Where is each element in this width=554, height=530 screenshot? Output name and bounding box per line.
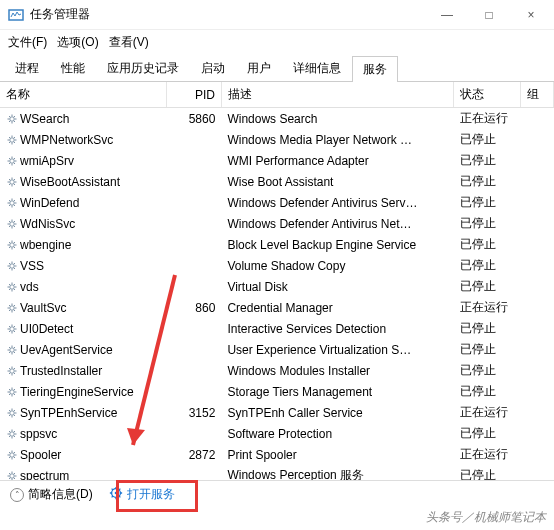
table-row[interactable]: wbengineBlock Level Backup Engine Servic… — [0, 234, 554, 255]
service-name: WSearch — [20, 112, 69, 126]
column-desc[interactable]: 描述 — [221, 82, 453, 108]
table-row[interactable]: wmiApSrvWMI Performance Adapter已停止 — [0, 150, 554, 171]
service-gear-icon — [6, 344, 18, 356]
service-gear-icon — [6, 260, 18, 272]
svg-point-24 — [114, 492, 117, 495]
table-row[interactable]: VaultSvc860Credential Manager正在运行 — [0, 297, 554, 318]
service-desc: Windows Modules Installer — [221, 360, 453, 381]
service-group — [520, 255, 553, 276]
tab-6[interactable]: 服务 — [352, 56, 398, 82]
table-row[interactable]: WinDefendWindows Defender Antivirus Serv… — [0, 192, 554, 213]
menubar: 文件(F) 选项(O) 查看(V) — [0, 30, 554, 54]
service-name: UevAgentService — [20, 343, 113, 357]
task-manager-icon — [8, 7, 24, 23]
service-desc: Block Level Backup Engine Service — [221, 234, 453, 255]
column-name[interactable]: 名称 — [0, 82, 166, 108]
table-row[interactable]: WSearch5860Windows Search正在运行 — [0, 108, 554, 130]
service-group — [520, 234, 553, 255]
service-name: WdNisSvc — [20, 217, 75, 231]
service-pid: 3152 — [166, 402, 221, 423]
tab-1[interactable]: 性能 — [50, 55, 96, 81]
svg-point-1 — [10, 116, 15, 121]
service-status: 已停止 — [454, 465, 520, 480]
table-row[interactable]: vdsVirtual Disk已停止 — [0, 276, 554, 297]
service-desc: Software Protection — [221, 423, 453, 444]
service-status: 已停止 — [454, 360, 520, 381]
service-pid — [166, 171, 221, 192]
window-title: 任务管理器 — [30, 6, 432, 23]
service-group — [520, 276, 553, 297]
maximize-button[interactable]: □ — [474, 8, 504, 22]
table-row[interactable]: SynTPEnhService3152SynTPEnh Caller Servi… — [0, 402, 554, 423]
service-gear-icon — [6, 323, 18, 335]
menu-options[interactable]: 选项(O) — [57, 34, 98, 51]
service-group — [520, 297, 553, 318]
table-row[interactable]: spectrumWindows Perception 服务已停止 — [0, 465, 554, 480]
services-icon — [109, 486, 123, 503]
tab-3[interactable]: 启动 — [190, 55, 236, 81]
service-gear-icon — [6, 470, 18, 481]
table-row[interactable]: Spooler2872Print Spooler正在运行 — [0, 444, 554, 465]
service-desc: Wise Boot Assistant — [221, 171, 453, 192]
service-desc: Credential Manager — [221, 297, 453, 318]
service-pid — [166, 255, 221, 276]
tab-4[interactable]: 用户 — [236, 55, 282, 81]
table-row[interactable]: WiseBootAssistantWise Boot Assistant已停止 — [0, 171, 554, 192]
tab-5[interactable]: 详细信息 — [282, 55, 352, 81]
svg-point-14 — [10, 389, 15, 394]
service-group — [520, 339, 553, 360]
table-row[interactable]: UevAgentServiceUser Experience Virtualiz… — [0, 339, 554, 360]
minimize-button[interactable]: — — [432, 8, 462, 22]
fewer-details-link[interactable]: ˄ 简略信息(D) — [10, 486, 93, 503]
service-pid — [166, 339, 221, 360]
svg-point-15 — [10, 410, 15, 415]
open-services-label: 打开服务 — [127, 486, 175, 503]
svg-point-12 — [10, 347, 15, 352]
service-name: TrustedInstaller — [20, 364, 102, 378]
close-button[interactable]: × — [516, 8, 546, 22]
service-status: 已停止 — [454, 129, 520, 150]
table-row[interactable]: TieringEngineServiceStorage Tiers Manage… — [0, 381, 554, 402]
column-pid[interactable]: PID — [166, 82, 221, 108]
service-status: 正在运行 — [454, 297, 520, 318]
service-group — [520, 318, 553, 339]
table-header-row: 名称 PID 描述 状态 组 — [0, 82, 554, 108]
service-status: 正在运行 — [454, 108, 520, 130]
services-table-wrap[interactable]: 名称 PID 描述 状态 组 WSearch5860Windows Search… — [0, 82, 554, 480]
table-row[interactable]: VSSVolume Shadow Copy已停止 — [0, 255, 554, 276]
service-name: WiseBootAssistant — [20, 175, 120, 189]
svg-point-8 — [10, 263, 15, 268]
column-status[interactable]: 状态 — [454, 82, 520, 108]
svg-point-16 — [10, 431, 15, 436]
open-services-link[interactable]: 打开服务 — [109, 486, 175, 503]
service-gear-icon — [6, 176, 18, 188]
statusbar: ˄ 简略信息(D) 打开服务 — [0, 480, 554, 508]
tab-2[interactable]: 应用历史记录 — [96, 55, 190, 81]
table-row[interactable]: sppsvcSoftware Protection已停止 — [0, 423, 554, 444]
table-row[interactable]: UI0DetectInteractive Services Detection已… — [0, 318, 554, 339]
service-gear-icon — [6, 134, 18, 146]
service-gear-icon — [6, 218, 18, 230]
table-row[interactable]: TrustedInstallerWindows Modules Installe… — [0, 360, 554, 381]
menu-file[interactable]: 文件(F) — [8, 34, 47, 51]
table-row[interactable]: WdNisSvcWindows Defender Antivirus Net…已… — [0, 213, 554, 234]
service-pid — [166, 318, 221, 339]
service-group — [520, 423, 553, 444]
tab-0[interactable]: 进程 — [4, 55, 50, 81]
service-desc: Windows Perception 服务 — [221, 465, 453, 480]
service-desc: Windows Defender Antivirus Net… — [221, 213, 453, 234]
service-desc: Print Spooler — [221, 444, 453, 465]
column-group[interactable]: 组 — [520, 82, 553, 108]
service-gear-icon — [6, 281, 18, 293]
service-gear-icon — [6, 449, 18, 461]
service-status: 已停止 — [454, 150, 520, 171]
menu-view[interactable]: 查看(V) — [109, 34, 149, 51]
service-gear-icon — [6, 197, 18, 209]
service-desc: WMI Performance Adapter — [221, 150, 453, 171]
service-gear-icon — [6, 365, 18, 377]
service-pid: 5860 — [166, 108, 221, 130]
svg-point-17 — [10, 452, 15, 457]
service-desc: User Experience Virtualization S… — [221, 339, 453, 360]
service-name: UI0Detect — [20, 322, 73, 336]
table-row[interactable]: WMPNetworkSvcWindows Media Player Networ… — [0, 129, 554, 150]
